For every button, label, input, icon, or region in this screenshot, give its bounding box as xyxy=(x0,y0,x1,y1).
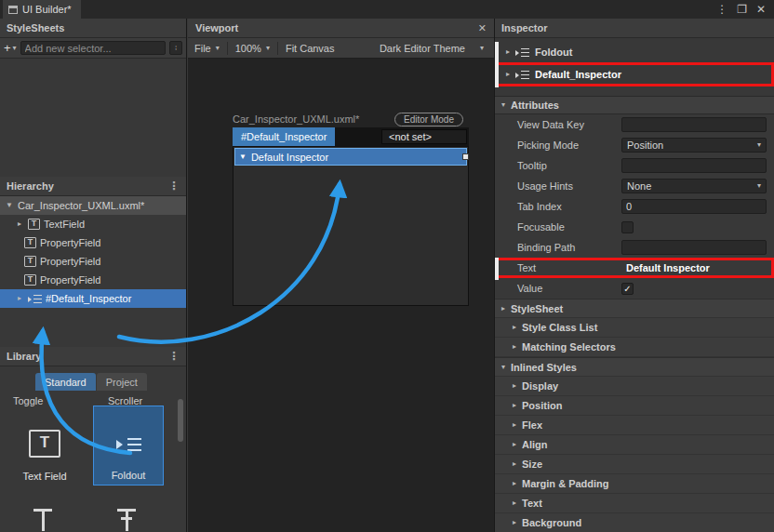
tree-item-default-inspector[interactable]: ▸ #Default_Inspector xyxy=(0,289,186,308)
maximize-icon[interactable]: ❐ xyxy=(737,4,747,15)
library-header: Library ⋮ xyxy=(0,347,186,366)
fit-canvas-button[interactable]: Fit Canvas xyxy=(286,43,335,54)
library-item-foldout[interactable]: Foldout xyxy=(93,406,164,485)
chevron-down-icon: ▾ xyxy=(216,45,220,52)
canvas-body[interactable]: ▼ Default Inspector xyxy=(233,146,469,306)
close-icon[interactable]: ✕ xyxy=(756,4,766,15)
view-data-key-input[interactable] xyxy=(621,117,767,132)
tree-item-label: #Default_Inspector xyxy=(46,293,131,304)
library-scrollbar[interactable] xyxy=(178,399,183,442)
picking-mode-dropdown[interactable]: Position ▾ xyxy=(621,138,767,153)
attr-row-picking-mode: Picking Mode Position ▾ xyxy=(495,135,774,155)
section-label: Background xyxy=(522,517,581,528)
attr-row-tooltip: Tooltip xyxy=(495,155,774,176)
zoom-dropdown[interactable]: 100% ▾ xyxy=(235,43,270,54)
tooltip-input[interactable] xyxy=(621,158,767,173)
library-item-label-toggle[interactable]: Toggle xyxy=(13,395,43,406)
section-margin-padding[interactable]: ▸ Margin & Padding xyxy=(495,474,774,494)
section-label: Matching Selectors xyxy=(522,341,616,352)
chevron-down-icon: ▾ xyxy=(501,101,505,109)
tree-item-textfield[interactable]: ▸ TextField xyxy=(0,215,186,233)
tree-item-root[interactable]: ▼ Car_Inspector_UXML.uxml* xyxy=(0,196,186,215)
section-stylesheet[interactable]: ▸ StyleSheet xyxy=(495,299,774,318)
library-grid: Toggle Scroller Text Field Foldout xyxy=(0,391,186,532)
section-matching-selectors[interactable]: ▸ Matching Selectors xyxy=(495,338,774,357)
attr-row-view-data-key: View Data Key xyxy=(495,114,774,135)
editor-mode-badge[interactable]: Editor Mode xyxy=(394,113,463,126)
attributes-section-header[interactable]: ▾ Attributes xyxy=(495,96,774,114)
hierarchy-header: Hierarchy ⋮ xyxy=(0,177,186,196)
value-checkbox-checked[interactable]: ✓ xyxy=(621,283,634,295)
library-item-label: Text Field xyxy=(22,471,66,482)
inspector-name-row[interactable]: ▸ Default_Inspector xyxy=(495,62,774,86)
menu-icon[interactable]: ⋮ xyxy=(716,4,727,15)
tree-item-propertyfield[interactable]: PropertyField xyxy=(0,252,186,271)
section-style-class-list[interactable]: ▸ Style Class List xyxy=(495,318,774,338)
canvas-foldout-element[interactable]: ▼ Default Inspector xyxy=(234,148,467,166)
canvas-element-tab[interactable]: #Default_Inspector xyxy=(233,127,335,146)
file-menu[interactable]: File ▾ xyxy=(194,43,220,54)
binding-path-input[interactable] xyxy=(621,240,767,255)
chevron-right-icon: ▸ xyxy=(513,499,516,507)
tree-item-propertyfield[interactable]: PropertyField xyxy=(0,271,186,289)
viewport-toolbar: File ▾ 100% ▾ Fit Canvas Dark Editor The… xyxy=(188,38,494,59)
section-background[interactable]: ▸ Background xyxy=(495,513,774,532)
chevron-right-icon[interactable]: ▸ xyxy=(15,295,24,302)
left-panel: StyleSheets + ▾ ⁞ Hierarchy ⋮ ▼ Car_Insp… xyxy=(0,19,187,532)
canvas-size-dropdown[interactable]: <not set> xyxy=(381,129,467,144)
tree-item-propertyfield[interactable]: PropertyField xyxy=(0,233,186,252)
library-tabs: Standard Project xyxy=(0,366,186,391)
theme-dropdown[interactable]: Dark Editor Theme ▾ xyxy=(380,43,487,54)
canvas-title-row: Car_Inspector_UXML.uxml* Editor Mode xyxy=(233,111,469,127)
section-display[interactable]: ▸ Display xyxy=(495,377,774,396)
section-align[interactable]: ▸ Align xyxy=(495,435,774,455)
attr-label: View Data Key xyxy=(517,119,621,130)
attr-row-binding-path: Binding Path xyxy=(495,237,774,258)
section-inlined-styles[interactable]: ▾ Inlined Styles xyxy=(495,357,774,377)
attr-label: Usage Hints xyxy=(517,180,621,192)
add-selector-input[interactable] xyxy=(20,41,166,55)
chevron-down-icon[interactable]: ▼ xyxy=(239,153,247,161)
annotation-bar xyxy=(495,42,499,87)
tab-standard[interactable]: Standard xyxy=(35,373,96,391)
ui-builder-window: UI Builder* ⋮ ❐ ✕ StyleSheets + ▾ ⁞ Hier… xyxy=(0,0,774,532)
chevron-right-icon[interactable]: ▸ xyxy=(506,71,510,78)
foldout-icon xyxy=(28,294,42,304)
section-label: Flex xyxy=(522,419,542,431)
chevron-right-icon: ▸ xyxy=(513,480,516,487)
chevron-down-icon[interactable]: ▼ xyxy=(5,202,14,209)
library-item-text-field[interactable]: Text Field xyxy=(6,409,84,485)
chevron-right-icon: ▸ xyxy=(513,343,516,351)
selector-options-button[interactable]: ⁞ xyxy=(169,41,182,55)
viewport-canvas[interactable]: Car_Inspector_UXML.uxml* Editor Mode #De… xyxy=(188,59,494,532)
attr-row-value: Value ✓ xyxy=(495,278,774,299)
chevron-right-icon[interactable]: ▸ xyxy=(15,220,24,228)
add-selector-button[interactable]: + ▾ xyxy=(4,41,17,55)
section-text[interactable]: ▸ Text xyxy=(495,494,774,513)
section-label: Display xyxy=(522,380,558,392)
tree-item-label: TextField xyxy=(44,219,85,230)
tab-index-input[interactable] xyxy=(621,199,767,214)
section-flex[interactable]: ▸ Flex xyxy=(495,416,774,435)
library-item-partial-icon[interactable] xyxy=(32,504,54,532)
chevron-right-icon: ▸ xyxy=(513,519,516,526)
chevron-right-icon: ▸ xyxy=(513,402,516,409)
selection-handle[interactable] xyxy=(462,153,469,160)
text-input[interactable] xyxy=(621,260,767,275)
window-tab[interactable]: UI Builder* xyxy=(3,0,81,19)
tab-project[interactable]: Project xyxy=(97,373,147,391)
section-position[interactable]: ▸ Position xyxy=(495,396,774,416)
section-size[interactable]: ▸ Size xyxy=(495,455,774,474)
hierarchy-empty-area xyxy=(0,308,186,347)
usage-hints-dropdown[interactable]: None ▾ xyxy=(621,179,767,193)
foldout-icon xyxy=(515,70,529,80)
chevron-right-icon[interactable]: ▸ xyxy=(506,48,510,56)
hierarchy-menu-icon[interactable]: ⋮ xyxy=(168,180,180,193)
viewport-close-icon[interactable]: ✕ xyxy=(478,22,487,34)
focusable-checkbox[interactable] xyxy=(621,221,634,233)
library-item-partial-icon[interactable] xyxy=(115,504,138,532)
foldout-icon xyxy=(515,47,529,58)
library-title: Library xyxy=(7,351,41,362)
library-menu-icon[interactable]: ⋮ xyxy=(168,350,180,363)
attr-label: Binding Path xyxy=(517,242,621,253)
